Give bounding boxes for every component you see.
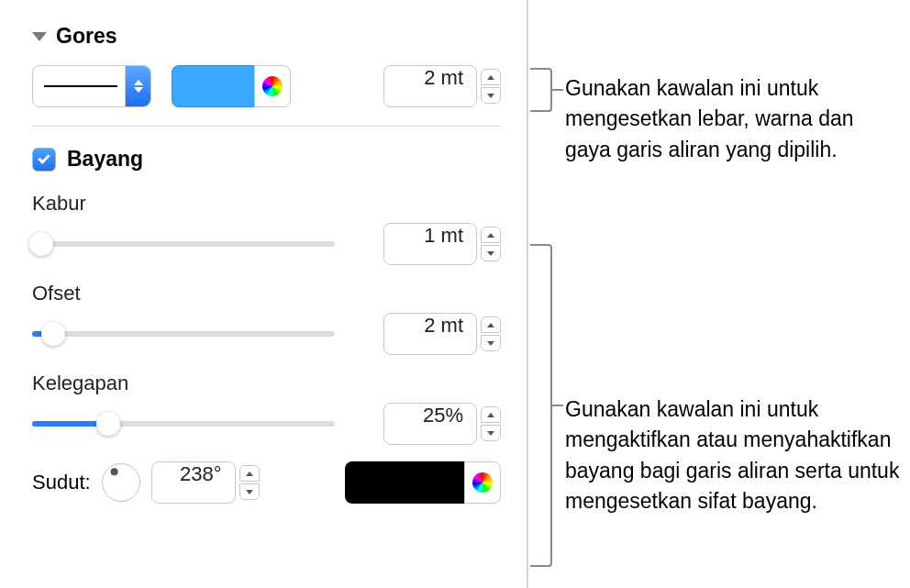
stroke-title: Gores <box>56 24 117 49</box>
stroke-color-well[interactable] <box>172 65 291 107</box>
stroke-section-header[interactable]: Gores <box>32 24 501 49</box>
callout-bracket-stroke <box>530 68 552 112</box>
checkmark-icon <box>38 151 50 163</box>
blur-stepper[interactable] <box>481 223 501 265</box>
stroke-controls-row: 2 mt <box>32 65 501 107</box>
offset-stepper[interactable] <box>481 313 501 355</box>
color-picker-button[interactable] <box>254 65 291 107</box>
angle-dial-dot <box>110 468 117 475</box>
disclosure-triangle-icon <box>32 32 47 41</box>
stroke-preview-line <box>44 85 117 87</box>
popup-arrows-icon <box>125 66 150 106</box>
stroke-width-field: 2 mt <box>383 65 501 107</box>
callout-bracket-shadow <box>530 244 552 567</box>
divider <box>32 126 501 127</box>
stepper-down-icon <box>481 87 501 104</box>
stroke-width-input[interactable]: 2 mt <box>383 65 477 107</box>
callout-stroke: Gunakan kawalan ini untuk mengesetkan le… <box>565 73 895 165</box>
opacity-input[interactable]: 25% <box>383 403 477 445</box>
angle-dial[interactable] <box>102 463 140 502</box>
opacity-stepper[interactable] <box>481 403 501 445</box>
stepper-up-icon <box>481 69 501 85</box>
stroke-color-swatch <box>172 65 254 107</box>
color-wheel-icon <box>472 472 493 493</box>
stroke-width-stepper[interactable] <box>481 65 501 107</box>
shadow-checkbox[interactable] <box>32 148 56 172</box>
blur-group: Kabur 1 mt <box>32 192 501 265</box>
blur-label: Kabur <box>32 192 501 216</box>
angle-label: Sudut: <box>32 471 91 494</box>
shadow-color-picker-button[interactable] <box>464 461 501 504</box>
offset-slider[interactable] <box>32 320 335 348</box>
angle-row: Sudut: 238° <box>32 461 501 504</box>
offset-label: Ofset <box>32 282 501 305</box>
angle-input[interactable]: 238° <box>151 461 236 504</box>
opacity-group: Kelegapan 25% <box>32 372 501 445</box>
stroke-style-select[interactable] <box>32 65 151 107</box>
shadow-title: Bayang <box>67 147 143 172</box>
blur-input[interactable]: 1 mt <box>383 223 477 265</box>
inspector-panel: Gores 2 mt Bayang <box>6 0 528 588</box>
blur-slider[interactable] <box>32 230 335 258</box>
color-wheel-icon <box>262 76 283 96</box>
shadow-checkbox-row: Bayang <box>32 147 501 172</box>
offset-input[interactable]: 2 mt <box>383 313 477 355</box>
opacity-slider[interactable] <box>32 410 335 438</box>
offset-group: Ofset 2 mt <box>32 282 501 355</box>
callout-shadow: Gunakan kawalan ini untuk mengaktifkan a… <box>565 394 904 516</box>
angle-stepper[interactable] <box>239 461 260 504</box>
shadow-color-swatch <box>345 461 464 504</box>
opacity-label: Kelegapan <box>32 372 501 395</box>
shadow-color-well[interactable] <box>345 461 501 504</box>
